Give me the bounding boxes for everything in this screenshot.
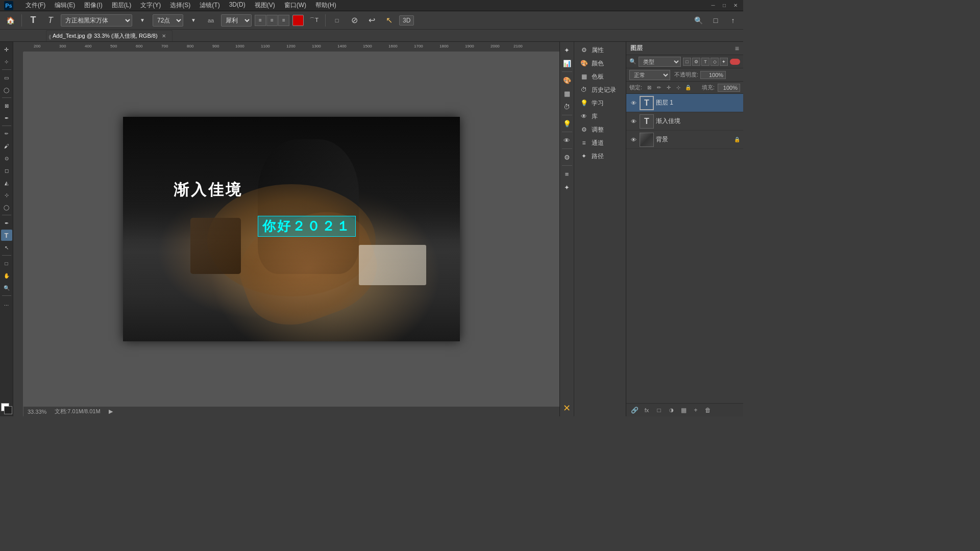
menu-layer[interactable]: 图层(L) [108, 0, 136, 11]
gradient-tool[interactable]: ◭ [1, 177, 12, 188]
search-btn[interactable]: 🔍 [691, 13, 705, 28]
layer-mask-btn[interactable]: □ [654, 405, 664, 415]
share-btn[interactable]: ↑ [726, 13, 740, 28]
eraser-tool[interactable]: ◻ [1, 165, 12, 176]
learn-icon-btn[interactable]: 💡 [561, 117, 573, 130]
type-tool-alt[interactable]: T [43, 13, 58, 28]
commit-type-btn[interactable]: ↩ [364, 13, 379, 28]
color-tab[interactable]: 🎨 颜色 [576, 57, 624, 69]
adjust-tab[interactable]: ⚙ 调整 [576, 123, 624, 136]
pen-tool[interactable]: ✒ [1, 217, 12, 229]
status-arrow[interactable]: ▶ [109, 408, 113, 415]
new-layer-btn[interactable]: + [691, 405, 701, 415]
filter-shape-icon[interactable]: ◇ [710, 58, 719, 66]
font-size-arrow[interactable]: ▼ [186, 13, 201, 28]
anti-alias-select[interactable]: 犀利 [221, 14, 252, 27]
align-center-btn[interactable]: ≡ [266, 15, 278, 26]
layer-group-btn[interactable]: ▦ [678, 405, 689, 415]
history-tab[interactable]: ⏱ 历史记录 [576, 84, 624, 96]
layer-item-3[interactable]: 👁 背景 🔒 [626, 131, 743, 149]
menu-window[interactable]: 窗口(W) [280, 0, 310, 11]
layer-2-visibility[interactable]: 👁 [629, 117, 638, 126]
menu-help[interactable]: 帮助(H) [311, 0, 340, 11]
properties-tab[interactable]: ⚙ 属性 [576, 44, 624, 56]
blend-mode-select[interactable]: 正常 [629, 70, 670, 80]
layers-filter-toggle[interactable] [730, 59, 740, 65]
lock-pixel-btn[interactable]: ⊠ [645, 84, 653, 92]
delete-layer-btn[interactable]: 🗑 [703, 405, 713, 415]
eyedropper-tool[interactable]: ✒ [1, 112, 12, 123]
clone-tool[interactable]: ⊙ [1, 153, 12, 164]
lock-all-btn[interactable]: 🔒 [684, 84, 692, 92]
adjust-icon-btn[interactable]: ⚙ [561, 151, 573, 163]
canvas-text-main[interactable]: 渐入佳境 [174, 180, 243, 201]
hand-tool[interactable]: ✋ [1, 270, 12, 281]
workspace-btn[interactable]: □ [708, 13, 723, 28]
histogram-icon-btn[interactable]: 📊 [561, 57, 573, 69]
library-tab[interactable]: 👁 库 [576, 110, 624, 122]
path-select-tool[interactable]: ↖ [1, 242, 12, 253]
history-icon-btn[interactable]: ⏱ [561, 101, 573, 113]
opacity-input[interactable] [700, 71, 726, 79]
close-button[interactable]: ✕ [732, 2, 739, 9]
menu-text[interactable]: 文字(Y) [136, 0, 165, 11]
move-tool[interactable]: ✛ [1, 44, 12, 55]
library-icon-btn[interactable]: 👁 [561, 134, 573, 146]
canvas-container[interactable]: 渐入佳境 你好２０２１ [23, 52, 559, 406]
menu-image[interactable]: 图像(I) [80, 0, 106, 11]
crop-tool[interactable]: ⊠ [1, 100, 12, 111]
tab-close-btn[interactable]: ✕ [162, 33, 166, 39]
menu-3d[interactable]: 3D(D) [225, 0, 250, 11]
filter-smart-icon[interactable]: ✦ [720, 58, 728, 66]
close-tool-panel-btn[interactable]: ✕ [561, 402, 573, 414]
cursor-btn[interactable]: ↖ [382, 13, 396, 28]
learn-tab[interactable]: 💡 学习 [576, 97, 624, 109]
layer-item-1[interactable]: 👁 T 图层 1 [626, 94, 743, 112]
select-rect-tool[interactable]: ▭ [1, 72, 12, 83]
layer-1-visibility[interactable]: 👁 [629, 99, 638, 107]
fg-bg-colors[interactable] [1, 403, 12, 414]
font-size-select[interactable]: 72点 [153, 14, 183, 27]
type-tool[interactable]: T [1, 230, 12, 241]
font-family-select[interactable]: 方正相黑宋万体 [61, 14, 132, 27]
warp-text-btn[interactable]: ⌒T [307, 13, 321, 28]
layer-link-btn[interactable]: 🔗 [629, 405, 640, 415]
filter-text-icon[interactable]: T [701, 58, 709, 66]
artboard-tool[interactable]: ⊹ [1, 56, 12, 67]
filter-pixel-icon[interactable]: □ [683, 58, 691, 66]
font-style-arrow[interactable]: ▼ [135, 13, 150, 28]
align-left-btn[interactable]: ≡ [255, 15, 266, 26]
lasso-tool[interactable]: ◯ [1, 84, 12, 95]
home-button[interactable]: 🏠 [3, 13, 17, 28]
maximize-button[interactable]: □ [721, 2, 728, 9]
minimize-button[interactable]: ─ [709, 2, 717, 9]
color-icon-btn[interactable]: 🎨 [561, 74, 573, 86]
3d-button[interactable]: 3D [399, 15, 414, 26]
properties-icon-btn[interactable]: ✦ [561, 44, 573, 56]
paths-icon-btn[interactable]: ✦ [561, 181, 573, 193]
menu-edit[interactable]: 编辑(E) [51, 0, 79, 11]
menu-select[interactable]: 选择(S) [166, 0, 194, 11]
character-panel-btn[interactable]: □ [330, 13, 344, 28]
healing-tool[interactable]: ✏ [1, 128, 12, 139]
paths-tab[interactable]: ✦ 路径 [576, 150, 624, 162]
menu-file[interactable]: 文件(F) [21, 0, 50, 11]
channels-tab[interactable]: ≡ 通道 [576, 137, 624, 149]
layers-filter-select[interactable]: 类型 [639, 57, 681, 67]
lock-paint-btn[interactable]: ✏ [655, 84, 663, 92]
canvas-text-selected[interactable]: 你好２０２１ [258, 216, 356, 237]
filter-adjust-icon[interactable]: ⚙ [692, 58, 700, 66]
rectangle-tool[interactable]: □ [1, 258, 12, 269]
more-tools-btn[interactable]: … [1, 298, 12, 309]
layers-panel-menu[interactable]: ≡ [735, 44, 739, 53]
menu-filter[interactable]: 滤镜(T) [195, 0, 224, 11]
blur-tool[interactable]: ⊹ [1, 189, 12, 201]
layer-3-visibility[interactable]: 👁 [629, 136, 638, 144]
lock-move-btn[interactable]: ✛ [665, 84, 673, 92]
active-tab[interactable]: Add_Text.jpg @ 33.3% (渐入佳境, RGB/8) ✕ [46, 30, 173, 41]
fill-input[interactable] [718, 84, 740, 92]
layer-adjust-btn[interactable]: ◑ [666, 405, 676, 415]
brush-tool[interactable]: 🖌 [1, 140, 12, 152]
type-tool-btn[interactable]: T [26, 13, 40, 28]
swatches-icon-btn[interactable]: ▦ [561, 87, 573, 99]
